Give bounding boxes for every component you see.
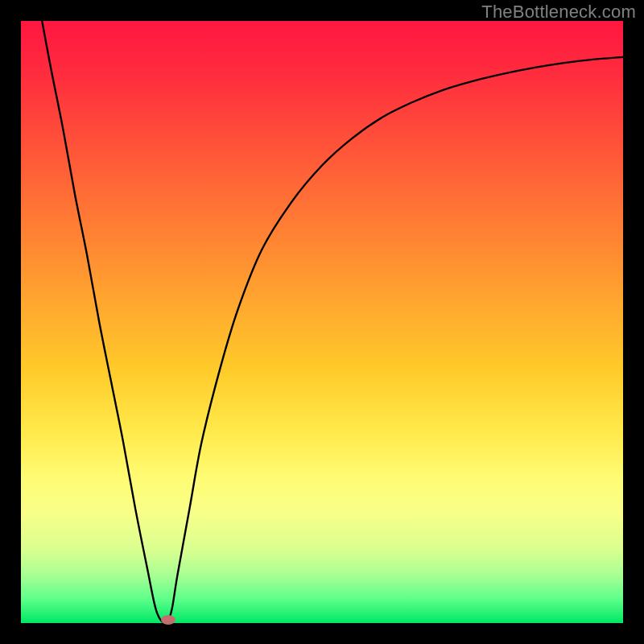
chart-frame: TheBottleneck.com xyxy=(0,0,644,644)
plot-area xyxy=(21,21,623,623)
watermark-text: TheBottleneck.com xyxy=(481,2,636,23)
minimum-marker xyxy=(161,615,175,625)
curve-line xyxy=(21,21,623,623)
